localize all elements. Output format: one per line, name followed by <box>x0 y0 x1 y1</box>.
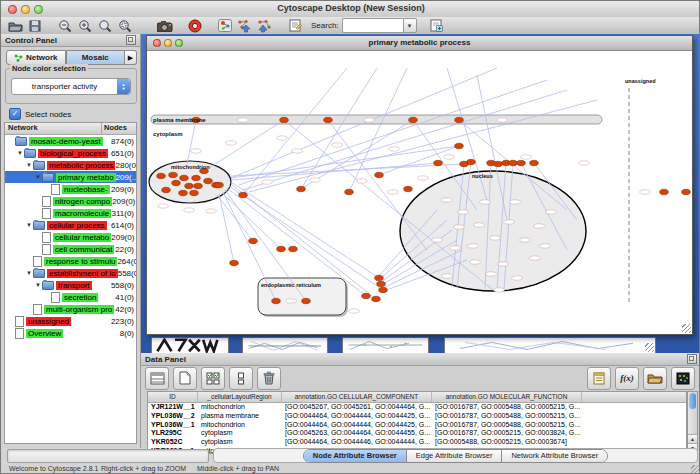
graph-node-label[interactable] <box>349 309 360 313</box>
graph-node-label[interactable] <box>512 276 523 280</box>
graph-node-label[interactable] <box>418 176 429 180</box>
column-header[interactable]: annotation.GO MOLECULAR_FUNCTION <box>432 392 582 402</box>
tree-row[interactable]: ▼transport558(0) <box>5 279 136 291</box>
graph-node[interactable] <box>324 117 333 122</box>
graph-node-label[interactable] <box>540 244 551 248</box>
tree-row[interactable]: ▼cellular process614(0) <box>5 219 136 231</box>
graph-node[interactable] <box>660 189 669 194</box>
graph-node-label[interactable] <box>520 238 531 242</box>
table-row[interactable]: YKR052Ccytoplasm[GO:0044464, GO:0044446,… <box>148 438 686 447</box>
graph-node-label[interactable] <box>184 208 195 212</box>
graph-node[interactable] <box>455 117 464 122</box>
function-builder-button[interactable]: f(x) <box>615 367 639 390</box>
tree-row[interactable]: ▼primary metabo209(... <box>5 171 136 183</box>
graph-node[interactable] <box>404 186 413 191</box>
tree-row[interactable]: ▼biological_process651(0) <box>5 147 136 159</box>
graph-node-label[interactable] <box>226 141 237 145</box>
graph-node-label[interactable] <box>470 260 481 264</box>
tab-mosaic[interactable]: Mosaic <box>66 50 126 65</box>
graph-node-label[interactable] <box>497 118 508 122</box>
graph-node[interactable] <box>179 190 188 195</box>
graph-node[interactable] <box>190 190 199 195</box>
tab-overflow-button[interactable]: ▶ <box>125 50 137 65</box>
graph-node-label[interactable] <box>158 204 169 208</box>
graph-node-label[interactable] <box>498 262 509 266</box>
table-row[interactable]: YLR295Ccytoplasm[GO:0045263, GO:0044464,… <box>148 429 686 438</box>
help-button[interactable] <box>186 18 204 33</box>
select-nodes-checkbox[interactable]: ✓ <box>9 108 21 120</box>
tree-row[interactable]: ▼establishment of lo558(0) <box>5 267 136 279</box>
graph-node[interactable] <box>467 159 476 164</box>
column-header[interactable]: ID <box>148 392 198 402</box>
graph-node-label[interactable] <box>310 178 321 182</box>
tree-row[interactable]: cell communicat22(0) <box>5 243 136 255</box>
background-window[interactable] <box>242 337 328 353</box>
layout-button[interactable] <box>236 18 254 33</box>
delete-attribute-button[interactable] <box>257 367 281 390</box>
float-panel-icon[interactable] <box>126 35 136 45</box>
unselect-all-attributes-button[interactable] <box>229 367 253 390</box>
graph-node[interactable] <box>362 293 371 298</box>
graph-node-label[interactable] <box>442 198 453 202</box>
graph-node[interactable] <box>204 178 213 183</box>
scrollbar-thumb[interactable] <box>689 393 696 409</box>
graph-node[interactable] <box>230 260 239 265</box>
create-attribute-button[interactable] <box>173 367 197 390</box>
open-file-button[interactable] <box>6 18 24 33</box>
graph-node-label[interactable] <box>546 210 557 214</box>
graph-node-label[interactable] <box>521 155 532 159</box>
graph-node-label[interactable] <box>442 274 453 278</box>
graph-node[interactable] <box>375 275 384 280</box>
snapshot-button[interactable] <box>156 18 174 33</box>
tree-row[interactable]: cellular metabo209(0) <box>5 231 136 243</box>
graph-node[interactable] <box>372 296 381 301</box>
graph-node[interactable] <box>239 192 248 197</box>
annotations-button[interactable] <box>286 18 304 33</box>
tree-row[interactable]: nucleobase-209(0) <box>5 183 136 195</box>
zoom-out-button[interactable] <box>56 18 74 33</box>
column-header[interactable]: annotation.GO CELLULAR_COMPONENT <box>282 392 432 402</box>
tree-row[interactable]: mosaic-demo-yeast874(0) <box>5 135 136 147</box>
graph-node-label[interactable] <box>450 246 461 250</box>
table-scrollbar[interactable]: ▲ ▼ <box>687 391 698 454</box>
network-window-titlebar[interactable]: primary metabolic process <box>147 36 692 51</box>
graph-node[interactable] <box>297 186 306 191</box>
graph-node[interactable] <box>530 160 539 165</box>
zoom-in-button[interactable] <box>76 18 94 33</box>
tab-network-attribute-browser[interactable]: Network Attribute Browser <box>502 450 607 462</box>
graph-node[interactable] <box>409 117 418 122</box>
graph-node-label[interactable] <box>388 190 399 194</box>
table-row[interactable]: YPL036W__2plasma membrane[GO:0044464, GO… <box>148 412 686 421</box>
graph-node-label[interactable] <box>468 244 479 248</box>
graph-node-label[interactable] <box>292 149 303 153</box>
zoom-fit-button[interactable] <box>96 18 114 33</box>
graph-node[interactable] <box>509 160 518 165</box>
graph-node-label[interactable] <box>389 147 400 151</box>
select-attributes-button[interactable] <box>145 367 169 390</box>
table-row[interactable]: YPL036W__1mitochondrion[GO:0044464, GO:0… <box>148 421 686 430</box>
graph-node-label[interactable] <box>364 118 375 122</box>
tree-row[interactable]: Overview8(0) <box>5 327 136 339</box>
graph-node[interactable] <box>345 189 354 194</box>
tree-row[interactable]: secretion41(0) <box>5 291 136 303</box>
table-row[interactable]: YJR121W__1mitochondrion[GO:0045267, GO:0… <box>148 403 686 412</box>
graph-node-label[interactable] <box>530 256 541 260</box>
float-data-panel-icon[interactable] <box>687 354 697 364</box>
network-view-window[interactable]: primary metabolic process plasma membran… <box>146 35 693 335</box>
tree-row[interactable]: response to stimulu264(0) <box>5 255 136 267</box>
background-window[interactable] <box>151 337 229 353</box>
select-all-attributes-button[interactable] <box>201 367 225 390</box>
graph-node[interactable] <box>434 160 443 165</box>
background-window[interactable] <box>342 337 429 353</box>
graph-node-label[interactable] <box>534 224 545 228</box>
graph-node-label[interactable] <box>444 155 455 159</box>
tab-node-attribute-browser[interactable]: Node Attribute Browser <box>304 450 407 462</box>
import-attributes-button[interactable] <box>643 367 667 390</box>
background-window[interactable] <box>444 337 656 353</box>
tree-row[interactable]: multi-organism pro42(0) <box>5 303 136 315</box>
graph-node-label[interactable] <box>579 161 590 165</box>
graph-node[interactable] <box>172 180 181 185</box>
layout-alt-button[interactable] <box>256 18 274 33</box>
titlebar[interactable]: Cytoscape Desktop (New Session) <box>1 1 700 18</box>
column-header[interactable]: _cellularLayoutRegion <box>198 392 282 402</box>
